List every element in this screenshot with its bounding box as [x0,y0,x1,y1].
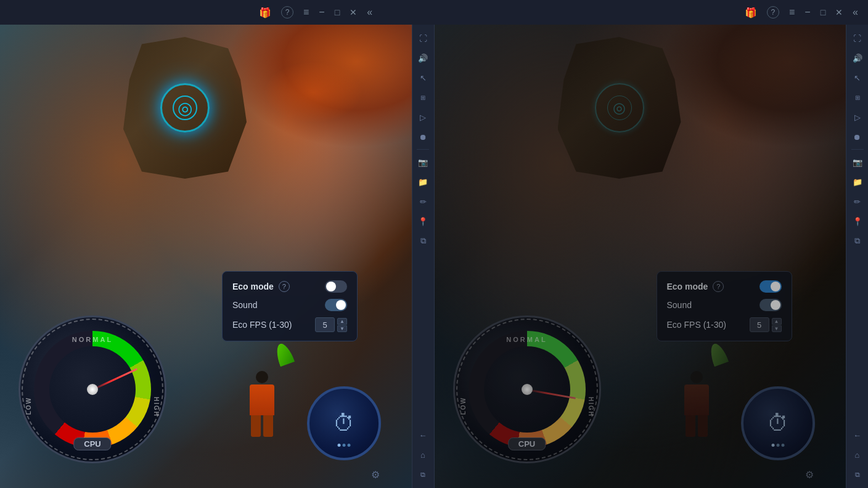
right-maximize-icon[interactable]: □ [821,7,825,17]
speed-dots-right [772,444,785,447]
eco-mode-toggle-left[interactable] [325,280,347,293]
left-back-icon[interactable]: « [367,7,372,18]
sidebar-cursor-left[interactable]: ↖ [414,69,432,86]
sidebar-location-right[interactable]: 📍 [849,213,866,230]
sidebar-layers-left[interactable]: ⧉ [414,232,432,250]
main-content: ◎ Eco mode [0,25,868,488]
right-sidebar: ⛶ 🔊 ↖ ⊞ ▷ ⏺ 📷 📁 ✏ 📍 ⧉ ← ⌂ ⧉ [846,25,868,488]
gear-icon-left[interactable]: ⚙ [371,469,380,481]
gauge-high-label-right: HIGH [588,397,594,417]
sidebar-layers-right[interactable]: ⧉ [849,232,866,250]
sidebar-folder-left[interactable]: 📁 [414,173,432,190]
gear-icon-right[interactable]: ⚙ [805,469,814,481]
right-panel: ◎ Eco mode ? [434,25,869,488]
speed-dots-left [337,444,350,447]
character-right [682,371,710,433]
sidebar-record-right[interactable]: ⏺ [849,128,866,145]
gauge-cpu-badge-right: CPU [508,437,546,450]
fps-down-left[interactable]: ▼ [337,325,347,332]
speed-gauge-icon-left: ⏱ [333,410,355,436]
sound-label-right: Sound [667,300,692,310]
left-game-background: ◎ Eco mode [0,25,412,488]
cloud-decoration-right [661,25,846,148]
fps-up-right[interactable]: ▲ [772,318,782,325]
speed-gauge-icon-right: ⏱ [767,410,789,436]
left-panel: ◎ Eco mode [0,25,434,488]
left-gift-icon[interactable]: 🎁 [259,7,271,18]
gauge-needle-left [92,368,137,391]
cpu-gauge-left: NORMAL LOW HIGH CPU [18,315,166,463]
fps-label-left: Eco FPS (1-30) [232,320,292,330]
character-left [248,371,276,433]
eco-mode-help-right[interactable]: ? [713,281,724,292]
sidebar-copy-right[interactable]: ⧉ [849,466,866,483]
gauge-needle-right [526,389,575,399]
sidebar-play-left[interactable]: ▷ [414,108,432,126]
right-back-icon[interactable]: « [853,7,858,18]
gauge-high-label-left: HIGH [153,397,160,417]
speed-gauge-right[interactable]: ⏱ [741,386,815,460]
sidebar-volume-left[interactable]: 🔊 [414,49,432,67]
fps-row-left: Eco FPS (1-30) 5 ▲ ▼ [232,317,347,332]
sidebar-screenshot-left[interactable]: 📷 [414,153,432,171]
sidebar-edit-right[interactable]: ✏ [849,193,866,210]
right-menu-icon[interactable]: ≡ [789,7,795,18]
right-close-icon[interactable]: ✕ [835,7,843,17]
sidebar-sep-1-right [851,149,864,150]
leaf-left [272,341,294,367]
sound-toggle-right[interactable] [760,299,782,311]
sidebar-play-right[interactable]: ▷ [849,108,866,126]
cloud-decoration-2 [264,62,362,123]
sidebar-toolbar-left[interactable]: ⊞ [414,89,432,106]
left-help-icon[interactable]: ? [281,6,293,18]
eco-mode-help-left[interactable]: ? [279,281,290,292]
speed-gauge-left[interactable]: ⏱ [307,386,381,460]
right-help-icon[interactable]: ? [767,6,779,18]
sound-toggle-left[interactable] [325,299,347,311]
sidebar-home-left[interactable]: ⌂ [414,446,432,463]
gauge-cpu-badge-left: CPU [73,437,111,450]
eco-mode-row-right: Eco mode ? [667,280,782,293]
sound-row-right: Sound [667,299,782,311]
sidebar-fullscreen-right[interactable]: ⛶ [849,30,866,47]
sidebar-edit-left[interactable]: ✏ [414,193,432,210]
gauge-low-label-right: LOW [460,397,467,415]
left-menu-icon[interactable]: ≡ [303,7,309,18]
left-minimize-icon[interactable]: − [319,7,324,18]
sidebar-copy-left[interactable]: ⧉ [414,466,432,483]
leaf-right [707,341,729,367]
right-minimize-icon[interactable]: − [805,7,810,18]
glow-symbol-right: ◎ [586,74,653,142]
fps-value-left: 5 [315,317,335,332]
sidebar-record-left[interactable]: ⏺ [414,128,432,145]
sidebar-back-left[interactable]: ← [414,426,432,444]
eco-mode-toggle-right[interactable] [760,280,782,293]
gauge-center-right [522,384,533,395]
eco-mode-label-left: Eco mode [232,282,274,291]
fps-up-left[interactable]: ▲ [337,318,347,325]
right-gift-icon[interactable]: 🎁 [745,7,757,18]
fps-spinner-left: 5 ▲ ▼ [315,317,347,332]
sidebar-fullscreen-left[interactable]: ⛶ [414,30,432,47]
sidebar-screenshot-right[interactable]: 📷 [849,153,866,171]
glow-symbol-left: ◎ [151,74,219,142]
sidebar-toolbar-right[interactable]: ⊞ [849,89,866,106]
eco-mode-row-left: Eco mode ? [232,280,347,293]
gauge-normal-label-right: NORMAL [506,336,547,343]
left-close-icon[interactable]: ✕ [350,7,357,17]
left-maximize-icon[interactable]: □ [335,7,340,17]
sidebar-folder-right[interactable]: 📁 [849,173,866,190]
sound-label-left: Sound [232,300,257,310]
sidebar-location-left[interactable]: 📍 [414,213,432,230]
gauge-low-label-left: LOW [25,397,32,415]
fps-value-right: 5 [750,317,769,332]
fps-down-right[interactable]: ▼ [772,325,782,332]
fps-row-right: Eco FPS (1-30) 5 ▲ ▼ [667,317,782,332]
cpu-gauge-right: NORMAL LOW HIGH CPU [453,315,601,463]
sidebar-home-right[interactable]: ⌂ [849,446,866,463]
sidebar-back-right[interactable]: ← [849,426,866,444]
settings-popup-left: Eco mode ? Sound Eco FPS (1-30) [222,271,358,341]
sidebar-volume-right[interactable]: 🔊 [849,49,866,67]
title-bar: 🎁 ? ≡ − □ ✕ « 🎁 ? ≡ − □ ✕ « [0,0,868,25]
sidebar-cursor-right[interactable]: ↖ [849,69,866,86]
